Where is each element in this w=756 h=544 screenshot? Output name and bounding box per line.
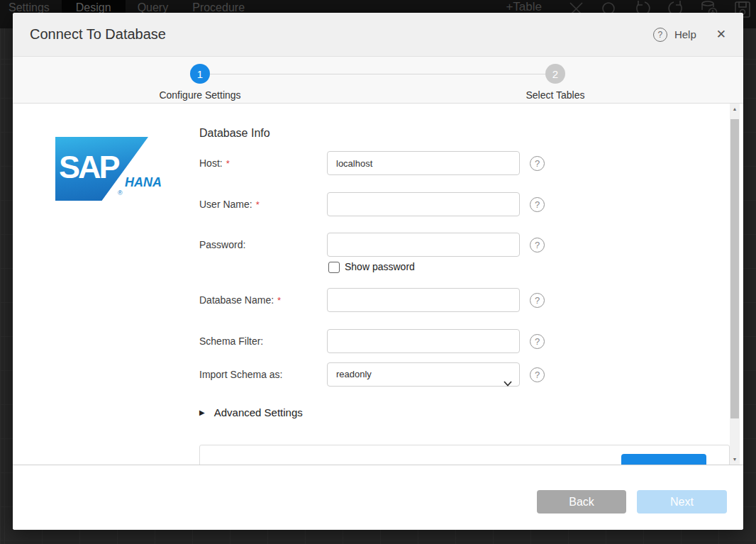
import-schema-label: Import Schema as: <box>199 369 283 380</box>
database-name-input[interactable] <box>327 288 520 312</box>
host-help-icon[interactable]: ? <box>530 156 545 171</box>
username-label: User Name:* <box>199 199 260 210</box>
step-1-label: Configure Settings <box>129 89 271 101</box>
registered-trademark-symbol: ® <box>118 189 123 196</box>
advanced-settings-label: Advanced Settings <box>214 406 303 418</box>
hana-logo-text: HANA <box>125 175 162 190</box>
help-button[interactable]: Help <box>674 28 696 40</box>
sap-logo-text: SAP <box>59 151 118 183</box>
step-2-circle: 2 <box>545 64 565 84</box>
chevron-down-icon <box>504 372 512 395</box>
required-marker: * <box>256 199 260 210</box>
database-name-help-icon[interactable]: ? <box>530 293 545 308</box>
help-icon[interactable]: ? <box>653 28 667 42</box>
import-schema-select[interactable]: readonly <box>327 362 520 387</box>
import-schema-selected-value: readonly <box>336 369 372 379</box>
add-table-button[interactable]: +Table <box>506 0 542 14</box>
scroll-down-arrow[interactable]: ▼ <box>730 457 740 462</box>
close-dialog-icon[interactable]: ✕ <box>716 28 726 42</box>
advanced-settings-toggle[interactable]: ▶ Advanced Settings <box>199 406 303 418</box>
username-input[interactable] <box>327 192 520 216</box>
schema-filter-label: Schema Filter: <box>199 335 263 347</box>
stepper-connector-line <box>210 74 545 74</box>
step-1-circle: 1 <box>190 64 210 84</box>
schema-filter-input[interactable] <box>327 329 520 353</box>
dialog-content: SAP ® HANA Database Info Host:* ? User N… <box>13 104 743 465</box>
username-help-icon[interactable]: ? <box>530 197 545 212</box>
step-2-label: Select Tables <box>484 89 626 101</box>
wizard-stepper: 1 2 Configure Settings Select Tables <box>13 57 743 104</box>
connect-to-database-dialog: Connect To Database ? Help ✕ 1 2 Configu… <box>13 13 743 530</box>
dialog-header: Connect To Database ? Help ✕ <box>13 13 743 57</box>
schema-filter-help-icon[interactable]: ? <box>530 334 545 349</box>
password-help-icon[interactable]: ? <box>530 238 545 252</box>
host-label: Host:* <box>199 157 230 169</box>
dialog-footer: Back Next <box>13 465 743 530</box>
back-button[interactable]: Back <box>537 490 626 514</box>
test-connection-button[interactable]: Test Connection <box>621 454 706 465</box>
expand-triangle-icon: ▶ <box>199 409 205 416</box>
password-input[interactable] <box>327 233 520 257</box>
required-marker: * <box>277 295 281 306</box>
scrollbar-thumb[interactable] <box>730 119 739 418</box>
required-marker: * <box>226 158 230 169</box>
database-name-label: Database Name:* <box>199 294 281 306</box>
content-scrollbar[interactable]: ▲ ▼ <box>730 104 740 465</box>
sap-hana-logo: SAP ® HANA <box>55 135 176 203</box>
dialog-title: Connect To Database <box>30 26 166 43</box>
show-password-label: Show password <box>345 261 415 272</box>
import-schema-help-icon[interactable]: ? <box>530 367 545 382</box>
host-input[interactable] <box>327 151 520 175</box>
test-connection-panel: Test Connection <box>199 445 730 465</box>
section-title-database-info: Database Info <box>199 127 270 140</box>
next-button[interactable]: Next <box>637 490 727 514</box>
password-label: Password: <box>199 239 245 250</box>
scroll-up-arrow[interactable]: ▲ <box>730 106 740 111</box>
show-password-checkbox[interactable] <box>328 262 340 273</box>
